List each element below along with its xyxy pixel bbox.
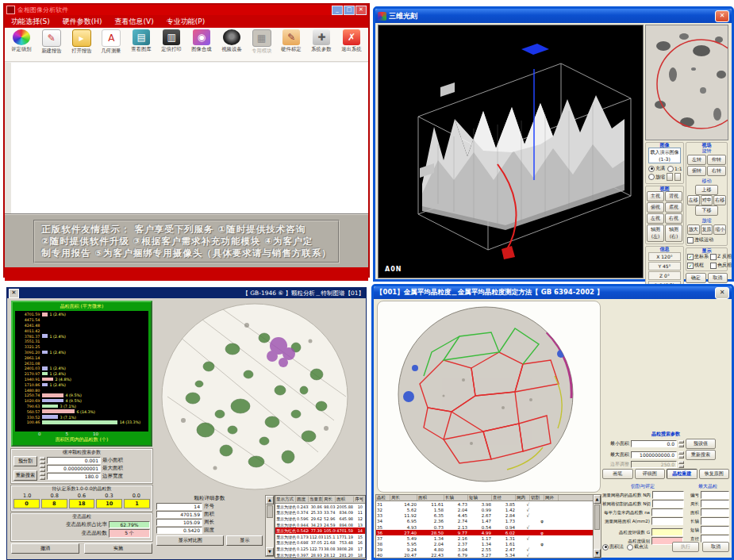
table-row-2[interactable]: 显示为绿色0.596329.6252.96645.9812 xyxy=(275,516,365,522)
grains-cut-field[interactable] xyxy=(652,500,684,508)
toolbar-button-6[interactable]: ◉图像合成 xyxy=(186,29,217,60)
action-button-2[interactable]: 晶粒重建 xyxy=(667,469,697,479)
rotate-button-1[interactable]: 仰转 xyxy=(707,155,726,165)
max-area-field[interactable]: 0.0000000001 xyxy=(47,465,101,472)
close-icon[interactable]: ✕ xyxy=(715,287,729,299)
table-row-9[interactable]: 4020.4722.436.795.275.34√ xyxy=(376,553,601,558)
intercept-method-radio[interactable]: 截点法 xyxy=(627,543,648,550)
zoom-button-0[interactable]: 放大 xyxy=(687,224,700,235)
table-row-0[interactable]: 显示为绿色0.243130.8698.032005.8810 xyxy=(275,504,365,510)
max-grain-field-2[interactable] xyxy=(701,508,729,516)
pre-segment-button[interactable]: 预分割 xyxy=(13,456,37,466)
scroll-up-icon[interactable]: ▲ xyxy=(594,495,601,504)
area-method-radio[interactable]: 面积法 xyxy=(602,543,624,550)
table-row-7[interactable]: 显示为绿色0.1254122.7338.083808.2817 xyxy=(275,546,365,552)
view-button-5[interactable]: 右视 xyxy=(665,213,682,224)
table-scrollbar[interactable]: ▲ ▼ xyxy=(593,495,601,558)
re-search-button[interactable]: 重新搜索 xyxy=(13,470,37,481)
show-compare-button[interactable]: 显示对比图 xyxy=(156,535,224,546)
load-demo-image-button[interactable]: 载入演示图像(1-3) xyxy=(648,148,681,163)
apply-button[interactable]: 实施 xyxy=(84,543,152,554)
view-button-6[interactable]: 轴测(左) xyxy=(647,224,664,242)
cancel-button[interactable]: 取消 xyxy=(702,542,729,552)
table-row-6[interactable]: 375.491.342.161.171.31√ xyxy=(376,535,601,541)
table-row-1[interactable]: 显示为绿色0.374125.3333.74834.0911 xyxy=(275,510,365,516)
specimen-image[interactable] xyxy=(159,301,350,492)
table-row-6[interactable]: 显示为绿色0.698737.0521.68753.4816 xyxy=(275,540,365,547)
table-row-3[interactable]: 346.952.362.741.471.73φ xyxy=(376,519,601,524)
toolbar-button-10[interactable]: ✚系统参数 xyxy=(306,29,336,60)
ok-button[interactable]: 确定 xyxy=(686,273,706,283)
action-button-0[interactable]: 画笔 xyxy=(602,469,633,479)
toolbar-button-2[interactable]: ▸打开报告 xyxy=(67,29,97,60)
move-down-button[interactable]: 下移 xyxy=(695,205,718,216)
toolbar-button-11[interactable]: ✗退出系统 xyxy=(336,29,367,60)
title-bar[interactable]: 金相图像分析软件 _ □ ✕ xyxy=(5,5,368,15)
scroll-down-icon[interactable]: ▼ xyxy=(266,547,274,556)
view-button-2[interactable]: 俯视 xyxy=(647,202,664,213)
table-row-8[interactable]: 399.244.803.042.552.47√ xyxy=(376,547,601,553)
view-button-4[interactable]: 左视 xyxy=(647,213,664,224)
zoom-button-2[interactable]: 缩小 xyxy=(713,224,726,235)
max-grain-field-3[interactable] xyxy=(701,517,729,525)
table-row-4[interactable]: 354.930.732.130.540.94√ xyxy=(376,524,601,530)
min-area-stepper[interactable] xyxy=(678,440,684,447)
radio-zoom[interactable]: 放缩 xyxy=(648,174,665,181)
close-icon[interactable]: ✕ xyxy=(715,10,729,22)
particle-table[interactable]: 显示方式圆度当量直径周长面积序号显示为绿色0.243130.8698.03200… xyxy=(275,495,366,558)
microstructure-preview-image[interactable] xyxy=(645,25,728,140)
toolbar-button-0[interactable]: 评定级别 xyxy=(6,29,37,60)
close-icon[interactable]: ✕ xyxy=(355,6,367,15)
grain-table[interactable]: ▲ ▼ 晶粒周长面积长轴短轴直径网内切割网外3114.2011.614.733.… xyxy=(375,494,601,558)
grain-map-image[interactable] xyxy=(396,305,575,484)
max-area-field[interactable]: 1000000000.0 xyxy=(631,451,677,458)
menu-item-0[interactable]: 功能选择(S) xyxy=(11,17,50,27)
maximize-icon[interactable]: □ xyxy=(344,6,355,15)
display-check-2[interactable]: ✓线框 xyxy=(687,262,709,269)
border-width-field[interactable]: 180.0 xyxy=(47,473,101,480)
toolbar-button-3[interactable]: A几何测量 xyxy=(96,29,126,60)
title-bar[interactable]: 三维光刻 ✕ xyxy=(375,9,732,23)
toolbar-button-7[interactable]: 视频设备 xyxy=(217,29,247,60)
toolbar-button-5[interactable]: ▥定倍打印 xyxy=(156,29,186,60)
toolbar-button-1[interactable]: ✎新建报告 xyxy=(37,29,67,60)
minimize-icon[interactable]: _ xyxy=(332,6,343,15)
table-row-0[interactable]: 3114.2011.614.733.983.85√ xyxy=(376,501,601,507)
min-area-stepper[interactable] xyxy=(40,457,45,464)
menu-item-3[interactable]: 专业功能(P) xyxy=(167,17,205,27)
3d-viewport[interactable]: A0N xyxy=(378,25,644,278)
toolbar-button-4[interactable]: ▤查看图库 xyxy=(126,29,156,60)
scroll-thumb[interactable] xyxy=(594,504,600,530)
rotate-button-3[interactable]: 右转 xyxy=(707,166,726,176)
view-button-3[interactable]: 底视 xyxy=(665,202,682,213)
table-row-2[interactable]: 3311.926.354.452.672.84√ xyxy=(376,513,601,519)
max-area-stepper[interactable] xyxy=(678,451,684,458)
max-grain-field-1[interactable] xyxy=(701,500,729,508)
table-row-8[interactable]: 显示为绿色0.397328.9328.12281.2018 xyxy=(275,552,365,558)
re-search-button[interactable]: 重新搜索 xyxy=(686,450,716,460)
zoom-out-mini-button[interactable] xyxy=(674,173,681,181)
move-button-1[interactable]: 对中 xyxy=(701,195,713,205)
move-button-2[interactable]: 右移 xyxy=(713,195,726,205)
action-button-3[interactable]: 恢复原图 xyxy=(699,469,730,479)
table-row-5[interactable]: 3627.4028.509.774.996.02φ xyxy=(376,530,601,535)
radio-fill[interactable]: 充满 xyxy=(648,165,665,172)
zoom-in-mini-button[interactable] xyxy=(667,173,673,181)
max-area-stepper[interactable] xyxy=(40,465,45,472)
continuous-motion-checkbox[interactable]: 连续运动 xyxy=(687,236,726,244)
preset-button[interactable]: 预设值 xyxy=(686,439,716,449)
title-bar[interactable]: 【001】金属平均晶粒度＿金属平均晶粒度测定方法【 GB 6394-2002 】… xyxy=(374,286,732,299)
min-area-field[interactable]: 0.0 xyxy=(631,440,677,447)
close-icon[interactable]: ✕ xyxy=(9,289,19,298)
border-width-stepper[interactable] xyxy=(40,473,45,480)
undo-button[interactable]: 撤消 xyxy=(11,543,79,554)
table-row-4[interactable]: 显示为红色0.542077.39105.094701.5914 xyxy=(275,527,365,534)
zoom-button-1[interactable]: 复原 xyxy=(701,224,713,235)
grains-inside-field[interactable] xyxy=(652,491,684,499)
rotate-button-0[interactable]: 左转 xyxy=(687,155,706,165)
grid-area-field[interactable] xyxy=(651,517,683,525)
cancel-button[interactable]: 取消 xyxy=(708,273,728,283)
grains-per-mm2-field[interactable] xyxy=(651,508,683,516)
view-button-7[interactable]: 轴测(右) xyxy=(665,224,682,242)
menu-item-1[interactable]: 硬件参数(H) xyxy=(63,17,102,27)
